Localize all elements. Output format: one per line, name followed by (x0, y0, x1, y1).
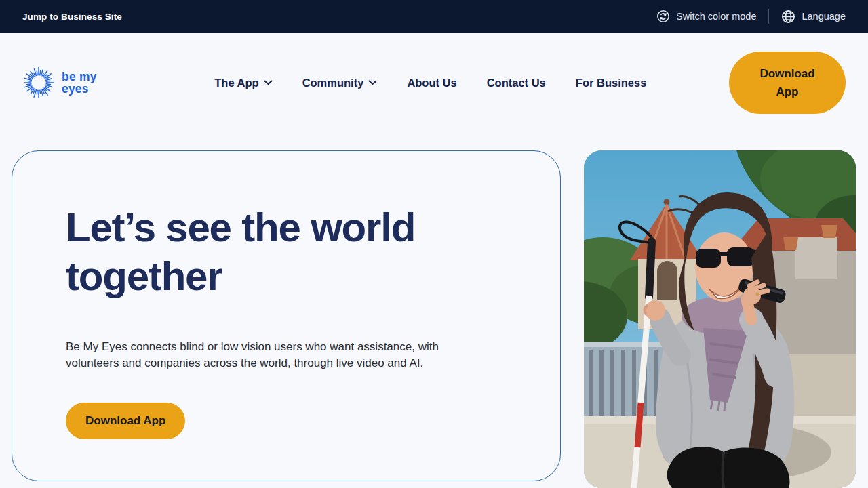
switch-color-mode-label: Switch color mode (676, 11, 756, 22)
hero-photo (584, 150, 856, 488)
jump-to-business-link[interactable]: Jump to Business Site (22, 12, 122, 22)
switch-color-mode-button[interactable]: Switch color mode (656, 9, 756, 23)
hero-download-app-button[interactable]: Download App (66, 403, 185, 439)
main-header: be my eyes The App Community About Us Co… (0, 33, 868, 133)
logo-wordmark: be my eyes (62, 70, 97, 95)
language-button[interactable]: Language (781, 9, 846, 24)
hero-photo-illustration (584, 150, 856, 488)
nav-item-about-us[interactable]: About Us (407, 77, 456, 89)
chevron-down-icon (264, 80, 273, 85)
hero-description: Be My Eyes connects blind or low vision … (66, 339, 469, 371)
color-mode-icon (656, 9, 670, 23)
nav-item-the-app[interactable]: The App (214, 77, 272, 89)
topbar-divider (768, 9, 769, 24)
bememyeyes-logo[interactable]: be my eyes (22, 66, 97, 99)
hero-heading: Let’s see the world together (66, 203, 473, 301)
hero-section: Let’s see the world together Be My Eyes … (0, 150, 868, 488)
sunburst-icon (22, 66, 55, 99)
language-label: Language (802, 11, 846, 22)
nav-item-community[interactable]: Community (302, 77, 378, 89)
hero-card: Let’s see the world together Be My Eyes … (12, 150, 561, 481)
topbar: Jump to Business Site Switch color mode … (0, 0, 868, 33)
primary-nav: The App Community About Us Contact Us Fo… (214, 77, 646, 89)
globe-icon (781, 9, 795, 24)
header-download-app-button[interactable]: Download App (729, 52, 846, 114)
nav-item-for-business[interactable]: For Business (576, 77, 647, 89)
chevron-down-icon (368, 80, 377, 85)
topbar-right-group: Switch color mode Language (656, 9, 846, 24)
nav-item-contact-us[interactable]: Contact Us (487, 77, 546, 89)
